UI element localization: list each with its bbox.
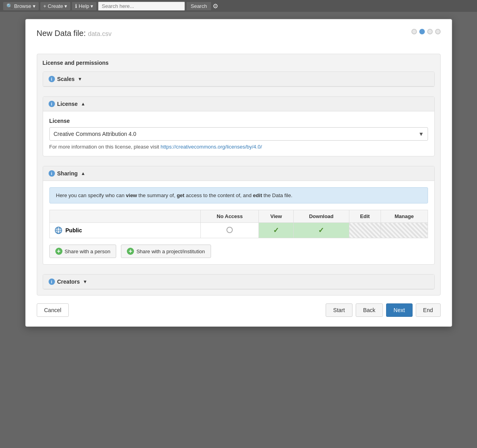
share-person-button[interactable]: + Share with a person bbox=[49, 245, 117, 258]
manage-cell bbox=[381, 223, 428, 238]
scales-section: i Scales ▾ bbox=[43, 72, 435, 87]
license-link[interactable]: https://creativecommons.org/licenses/by/… bbox=[160, 144, 262, 150]
globe-icon bbox=[55, 226, 62, 234]
share-buttons: + Share with a person + Share with a pro… bbox=[49, 245, 428, 258]
download-cell[interactable]: ✓ bbox=[294, 223, 349, 238]
col-entity bbox=[49, 210, 201, 223]
col-view: View bbox=[259, 210, 294, 223]
entity-cell: Public bbox=[49, 223, 201, 238]
browse-button[interactable]: 🔍 Browse ▾ bbox=[3, 2, 39, 10]
public-label-text: Public bbox=[66, 227, 82, 233]
license-section: i License ▴ License Creative Commons Att… bbox=[43, 96, 435, 156]
col-download: Download bbox=[294, 210, 349, 223]
license-info-icon: i bbox=[49, 101, 55, 107]
view-check-icon: ✓ bbox=[273, 226, 279, 234]
step-indicators bbox=[411, 29, 441, 34]
scales-info-icon: i bbox=[49, 76, 55, 82]
table-row: Public ✓ bbox=[49, 223, 428, 238]
license-select-wrapper: Creative Commons Attribution 4.0 Creativ… bbox=[49, 127, 428, 141]
content-sections: i Scales ▾ i License ▴ License bbox=[43, 72, 435, 290]
start-button[interactable]: Start bbox=[326, 303, 353, 317]
license-permissions-title: License and permissions bbox=[43, 60, 435, 66]
col-no-access: No Access bbox=[201, 210, 259, 223]
no-access-cell[interactable] bbox=[201, 223, 259, 238]
settings-icon[interactable]: ⚙ bbox=[213, 2, 218, 10]
search-button[interactable]: Search bbox=[187, 2, 211, 10]
creators-info-icon: i bbox=[49, 279, 55, 285]
help-button[interactable]: ℹ Help ▾ bbox=[72, 2, 96, 10]
create-button[interactable]: + Create ▾ bbox=[40, 2, 71, 10]
modal-title: New Data file: data.csv bbox=[37, 29, 112, 38]
modal-header: New Data file: data.csv bbox=[37, 29, 441, 46]
cancel-button[interactable]: Cancel bbox=[37, 303, 69, 317]
edit-cell bbox=[349, 223, 381, 238]
download-check-icon: ✓ bbox=[318, 226, 324, 234]
step-dot-2 bbox=[419, 29, 425, 34]
plus-project-icon: + bbox=[127, 248, 134, 255]
permissions-table: No Access View Download Edit Manage bbox=[49, 210, 428, 238]
footer-right: Start Back Next End bbox=[326, 303, 440, 317]
no-access-radio[interactable] bbox=[226, 227, 233, 233]
sharing-info-icon: i bbox=[49, 170, 55, 177]
modal-container: New Data file: data.csv License and perm… bbox=[25, 19, 452, 327]
share-project-button[interactable]: + Share with a project/institution bbox=[121, 245, 211, 258]
creators-section: i Creators ▾ bbox=[43, 274, 435, 290]
license-info-text: For more information on this license, pl… bbox=[49, 144, 428, 150]
sharing-section: i Sharing ▴ Here you can specify who can… bbox=[43, 166, 435, 265]
sharing-body: Here you can specify who can view the su… bbox=[43, 181, 434, 264]
search-icon: 🔍 bbox=[6, 3, 13, 9]
col-manage: Manage bbox=[381, 210, 428, 223]
step-dot-3 bbox=[427, 29, 433, 34]
next-button[interactable]: Next bbox=[386, 303, 413, 317]
step-dot-4 bbox=[435, 29, 441, 34]
sharing-header[interactable]: i Sharing ▴ bbox=[43, 166, 434, 181]
license-select[interactable]: Creative Commons Attribution 4.0 Creativ… bbox=[49, 127, 428, 141]
view-cell[interactable]: ✓ bbox=[259, 223, 294, 238]
license-header[interactable]: i License ▴ bbox=[43, 97, 434, 111]
public-entity: Public bbox=[55, 226, 196, 234]
license-permissions-section: License and permissions i Scales ▾ i Lic… bbox=[37, 54, 441, 296]
scales-header[interactable]: i Scales ▾ bbox=[43, 72, 434, 87]
search-input[interactable] bbox=[98, 2, 185, 11]
plus-person-icon: + bbox=[55, 248, 62, 255]
sharing-info-box: Here you can specify who can view the su… bbox=[49, 187, 428, 203]
step-dot-1 bbox=[411, 29, 417, 34]
license-body: License Creative Commons Attribution 4.0… bbox=[43, 111, 434, 156]
back-button[interactable]: Back bbox=[356, 303, 383, 317]
footer-buttons: Cancel Start Back Next End bbox=[37, 303, 441, 317]
footer-left: Cancel bbox=[37, 303, 69, 317]
col-edit: Edit bbox=[349, 210, 381, 223]
end-button[interactable]: End bbox=[416, 303, 441, 317]
creators-header[interactable]: i Creators ▾ bbox=[43, 275, 434, 289]
license-field-label: License bbox=[49, 118, 428, 124]
